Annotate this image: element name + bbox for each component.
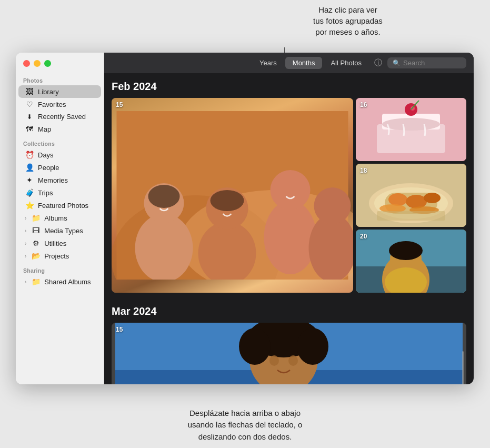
sidebar-item-label: Favorites — [38, 101, 96, 108]
scroll-area[interactable]: Feb 2024 — [104, 73, 474, 384]
sidebar-item-label: Days — [38, 151, 96, 159]
group-photo-svg — [112, 111, 353, 280]
svg-point-41 — [239, 328, 271, 365]
month-section-mar-2024: Mar 2024 — [112, 298, 466, 384]
library-icon: 🖼 — [25, 87, 34, 96]
portrait-svg — [356, 230, 466, 293]
projects-icon: 📂 — [31, 252, 41, 260]
svg-point-43 — [269, 355, 279, 366]
photo-side-food[interactable]: 18 — [356, 164, 466, 227]
sidebar-item-shared-albums[interactable]: › 📁 Shared Albums — [18, 275, 101, 288]
sidebar-item-label: Shared Albums — [44, 278, 96, 286]
svg-point-34 — [389, 241, 423, 260]
photo-side-portrait[interactable]: 20 — [356, 230, 466, 293]
sidebar-item-featured-photos[interactable]: ⭐ Featured Photos — [18, 199, 101, 212]
sidebar-item-label: Albums — [44, 214, 96, 222]
tooltip-bottom: Desplázate hacia arriba o abajo usando l… — [188, 407, 303, 443]
search-box[interactable]: 🔍 — [387, 57, 466, 68]
svg-point-9 — [264, 201, 317, 274]
search-icon: 🔍 — [393, 59, 401, 67]
sidebar-item-people[interactable]: 👤 People — [18, 161, 101, 174]
sidebar-item-label: Utilities — [44, 240, 96, 247]
search-input[interactable] — [403, 59, 461, 67]
svg-point-12 — [314, 187, 351, 224]
sidebar-item-trips[interactable]: 🧳 Trips — [18, 186, 101, 199]
photo-main-mar[interactable]: 15 — [112, 323, 466, 384]
photo-grid-feb: 15 — [112, 98, 466, 293]
shared-albums-icon: 📁 — [31, 277, 41, 286]
main-content: Years Months All Photos ⓘ 🔍 Feb 2024 — [104, 53, 474, 384]
sidebar-item-days[interactable]: ⏰ Days — [18, 148, 101, 161]
svg-point-42 — [297, 328, 328, 365]
sidebar-item-utilities[interactable]: › ⚙ Utilities — [18, 237, 101, 250]
sidebar-item-label: Map — [38, 125, 96, 133]
month-section-feb-2024: Feb 2024 — [112, 73, 466, 293]
days-icon: ⏰ — [25, 151, 34, 159]
maximize-button[interactable] — [44, 60, 51, 67]
sidebar-item-label: Featured Photos — [38, 202, 96, 210]
sidebar-section-collections: Collections — [16, 135, 104, 148]
traffic-lights — [16, 53, 104, 72]
group-photo-bg — [112, 98, 353, 293]
sidebar-item-label: Trips — [38, 189, 96, 197]
people-icon: 👤 — [25, 163, 34, 172]
month-label-mar: Mar 2024 — [112, 298, 466, 323]
tab-all-photos[interactable]: All Photos — [323, 57, 369, 69]
photo-side-cake[interactable]: 16 — [356, 98, 466, 161]
svg-point-5 — [148, 185, 180, 208]
sidebar-item-map[interactable]: 🗺 Map — [18, 123, 101, 135]
chevron-icon: › — [25, 241, 26, 246]
svg-point-16 — [382, 118, 440, 131]
sidebar-section-photos: Photos — [16, 72, 104, 85]
sidebar-item-media-types[interactable]: › 🎞 Media Types — [18, 224, 101, 237]
sidebar-item-label: Recently Saved — [38, 113, 96, 121]
photo-grid-mar: 15 — [112, 323, 466, 384]
chevron-icon: › — [25, 279, 26, 285]
map-icon: 🗺 — [25, 125, 34, 133]
toolbar: Years Months All Photos ⓘ 🔍 — [104, 53, 474, 73]
food-photo-bg — [356, 164, 466, 227]
svg-rect-28 — [377, 211, 445, 221]
scroll-indicator — [462, 351, 464, 384]
cake-photo-bg — [356, 98, 466, 161]
sidebar-item-memories[interactable]: ✦ Memories — [18, 174, 101, 186]
sidebar-item-favorites[interactable]: ♡ Favorites — [18, 98, 101, 111]
close-button[interactable] — [23, 60, 30, 67]
tab-months[interactable]: Months — [285, 57, 323, 69]
sidebar-item-recently-saved[interactable]: ⬇ Recently Saved — [18, 111, 101, 123]
info-button[interactable]: ⓘ — [374, 58, 382, 68]
photo-main-feb[interactable]: 15 — [112, 98, 353, 293]
month-label-feb: Feb 2024 — [112, 73, 466, 98]
sidebar-section-sharing: Sharing — [16, 262, 104, 275]
tooltip-top: Haz clic para ver tus fotos agrupadas po… — [290, 0, 406, 37]
trips-icon: 🧳 — [25, 188, 34, 197]
sidebar-item-albums[interactable]: › 📁 Albums — [18, 212, 101, 224]
portrait-photo-bg — [356, 230, 466, 293]
sidebar-item-label: Projects — [44, 252, 96, 260]
minimize-button[interactable] — [34, 60, 41, 67]
sidebar-item-label: Media Types — [44, 227, 96, 235]
mar-photo-svg — [112, 323, 466, 384]
favorites-icon: ♡ — [25, 100, 34, 108]
svg-point-44 — [288, 355, 298, 366]
svg-point-25 — [424, 193, 441, 203]
recently-saved-icon: ⬇ — [25, 113, 34, 121]
featured-photos-icon: ⭐ — [25, 201, 34, 210]
sidebar-item-library[interactable]: 🖼 Library — [18, 85, 101, 98]
svg-point-10 — [271, 170, 311, 210]
sidebar-item-label: Library — [38, 88, 96, 96]
utilities-icon: ⚙ — [31, 239, 41, 247]
photo-number-mar-15: 15 — [116, 326, 123, 333]
sidebar-item-projects[interactable]: › 📂 Projects — [18, 250, 101, 262]
chevron-icon: › — [25, 215, 26, 221]
svg-point-3 — [135, 214, 193, 280]
media-types-icon: 🎞 — [31, 226, 41, 235]
photo-number-15: 15 — [116, 101, 123, 108]
cake-svg — [356, 98, 466, 161]
svg-point-8 — [211, 190, 244, 211]
tab-years[interactable]: Years — [252, 57, 284, 69]
albums-icon: 📁 — [31, 214, 41, 222]
memories-icon: ✦ — [25, 176, 34, 184]
food-svg — [356, 164, 466, 227]
photo-number-18: 18 — [360, 167, 367, 174]
